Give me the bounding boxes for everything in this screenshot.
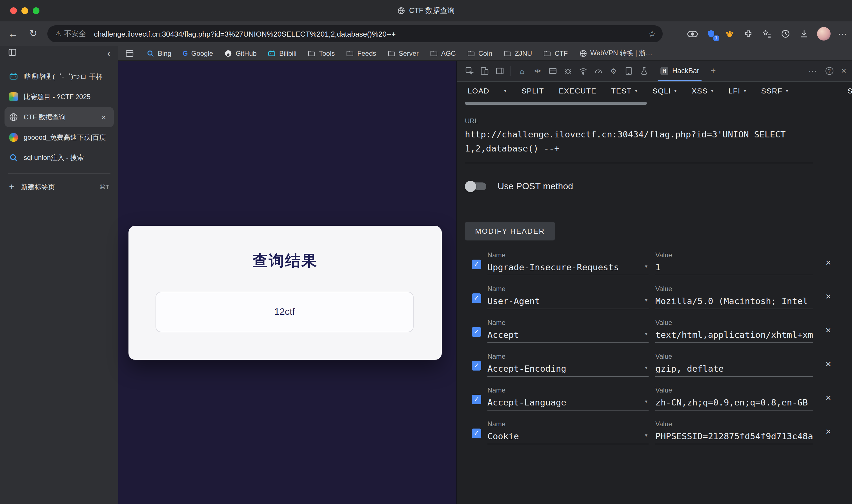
- header-value-field[interactable]: Value 1: [655, 250, 813, 275]
- bookmark-folder-feeds[interactable]: Feeds: [346, 49, 376, 57]
- header-name-field[interactable]: Name Accept-Language ▾: [487, 384, 648, 411]
- xss-menu-button[interactable]: XSS ▾: [692, 87, 714, 95]
- remove-header-icon[interactable]: ×: [825, 393, 831, 404]
- chevron-down-icon[interactable]: ▾: [645, 399, 647, 404]
- sqli-menu-button[interactable]: SQLI ▾: [653, 87, 677, 95]
- remove-header-icon[interactable]: ×: [825, 359, 831, 370]
- bookmark-folder-tools[interactable]: Tools: [308, 49, 335, 57]
- tab-hackbar[interactable]: H HackBar: [654, 61, 706, 81]
- bookmark-webvpn[interactable]: WebVPN 转换 | 浙…: [579, 49, 653, 58]
- shield-extension-icon[interactable]: 1: [706, 28, 717, 39]
- header-value-field[interactable]: Value text/html,application/xhtml+xml: [655, 317, 813, 343]
- chevron-down-icon[interactable]: ▾: [645, 264, 647, 269]
- refresh-icon[interactable]: ↻: [27, 28, 39, 40]
- execute-button[interactable]: EXECUTE: [559, 87, 596, 95]
- header-checkbox[interactable]: ✓: [472, 327, 481, 337]
- settings-gear-icon[interactable]: ⚙: [606, 64, 621, 78]
- add-panel-icon[interactable]: +: [706, 66, 720, 76]
- performance-panel-icon[interactable]: [591, 64, 606, 78]
- header-value-field[interactable]: Value zh-CN,zh;q=0.9,en;q=0.8,en-GB: [655, 384, 813, 411]
- collapse-sidebar-icon[interactable]: ‹: [107, 49, 110, 58]
- network-panel-icon[interactable]: [575, 64, 591, 78]
- tab-list: 哔哩哔哩 (゜-゜)つロ 干杯 比赛题目 - ?CTF 2025 CTF 数据查…: [0, 61, 118, 197]
- bookmark-bing[interactable]: Bing: [146, 49, 171, 57]
- chevron-down-icon[interactable]: ▾: [645, 297, 647, 303]
- header-value-field[interactable]: Value PHPSESSID=212875fd54f9d713c48a: [655, 418, 813, 444]
- devtools-menu-icon[interactable]: ⋯: [808, 66, 817, 76]
- bookmark-github[interactable]: GitHub: [224, 49, 257, 57]
- bookmark-folder-agc[interactable]: AGC: [430, 49, 456, 57]
- reading-list-icon[interactable]: [124, 48, 135, 59]
- inspect-element-icon[interactable]: [462, 64, 477, 78]
- application-panel-icon[interactable]: [621, 64, 636, 78]
- split-button[interactable]: SPLIT: [522, 87, 544, 95]
- load-button[interactable]: LOAD: [468, 87, 489, 95]
- tab-bilibili[interactable]: 哔哩哔哩 (゜-゜)つロ 干杯: [0, 67, 118, 87]
- device-toolbar-icon[interactable]: [477, 64, 492, 78]
- tab-panel-icon[interactable]: [8, 48, 17, 59]
- test-menu-button[interactable]: TEST ▾: [611, 87, 638, 95]
- header-checkbox[interactable]: ✓: [472, 361, 481, 371]
- remove-header-icon[interactable]: ×: [825, 325, 831, 336]
- elements-panel-icon[interactable]: </>: [530, 64, 545, 78]
- history-icon[interactable]: [780, 28, 791, 39]
- header-name-field[interactable]: Name Accept ▾: [487, 317, 648, 343]
- favorites-collections-icon[interactable]: [761, 28, 772, 39]
- header-value-field[interactable]: Value Mozilla/5.0 (Macintosh; Intel: [655, 283, 813, 309]
- shell-menu-button[interactable]: SHELL: [848, 87, 852, 95]
- header-name-field[interactable]: Name User-Agent ▾: [487, 283, 648, 309]
- remove-header-icon[interactable]: ×: [825, 426, 831, 437]
- home-panel-icon[interactable]: ⌂: [515, 64, 530, 78]
- bookmark-google[interactable]: G Google: [182, 49, 213, 57]
- remove-header-icon[interactable]: ×: [825, 291, 831, 302]
- header-checkbox[interactable]: ✓: [472, 395, 481, 404]
- close-devtools-icon[interactable]: ×: [841, 66, 846, 76]
- ssrf-menu-button[interactable]: SSRF ▾: [761, 87, 788, 95]
- downloads-icon[interactable]: [798, 28, 810, 39]
- header-value-field[interactable]: Value gzip, deflate: [655, 351, 813, 377]
- chevron-down-icon[interactable]: ▾: [645, 365, 647, 371]
- header-name-field[interactable]: Name Cookie ▾: [487, 418, 648, 444]
- chevron-down-icon[interactable]: ▾: [645, 331, 647, 337]
- new-tab-shortcut: ⌘T: [100, 183, 109, 191]
- header-checkbox[interactable]: ✓: [472, 429, 481, 438]
- header-checkbox[interactable]: ✓: [472, 259, 481, 269]
- url-textarea[interactable]: http://challenge.ilovectf.cn:30434/flag.…: [465, 128, 813, 163]
- header-name-field[interactable]: Name Accept-Encoding ▾: [487, 351, 648, 377]
- tab-ctf2025[interactable]: 比赛题目 - ?CTF 2025: [0, 87, 118, 107]
- load-dropdown-icon[interactable]: ▾: [504, 88, 507, 93]
- bookmark-folder-server[interactable]: Server: [387, 49, 419, 57]
- tab-ctf-query-active[interactable]: CTF 数据查询 ×: [4, 107, 114, 127]
- tab-netdisk[interactable]: gooood_免费高速下载|百度: [0, 127, 118, 147]
- modify-header-button[interactable]: MODIFY HEADER: [465, 222, 555, 240]
- eye-extension-icon[interactable]: [687, 28, 698, 39]
- security-label[interactable]: 不安全: [64, 29, 86, 39]
- header-checkbox[interactable]: ✓: [472, 293, 481, 303]
- remove-header-icon[interactable]: ×: [825, 257, 831, 269]
- help-icon[interactable]: ?: [825, 67, 833, 75]
- address-bar[interactable]: ⚠ 不安全 challenge.ilovectf.cn:30434/flag.p…: [47, 25, 663, 42]
- new-tab-button[interactable]: + 新建标签页 ⌘T: [0, 177, 118, 197]
- paw-extension-icon[interactable]: [724, 28, 735, 39]
- bug-panel-icon[interactable]: [560, 64, 575, 78]
- back-icon[interactable]: ←: [7, 28, 19, 40]
- profile-avatar[interactable]: [817, 27, 831, 40]
- browser-menu-icon[interactable]: ⋯: [838, 29, 848, 39]
- experiments-flask-icon[interactable]: [636, 64, 651, 78]
- lfi-menu-button[interactable]: LFI ▾: [729, 87, 747, 95]
- url-text[interactable]: challenge.ilovectf.cn:30434/flag.php?id=…: [94, 30, 643, 38]
- dock-side-icon[interactable]: [492, 64, 507, 78]
- bookmark-folder-zjnu[interactable]: ZJNU: [503, 49, 532, 57]
- close-tab-icon[interactable]: ×: [99, 113, 108, 122]
- bookmark-folder-coin[interactable]: Coin: [467, 49, 492, 57]
- extensions-puzzle-icon[interactable]: [743, 28, 754, 39]
- chevron-down-icon[interactable]: ▾: [645, 432, 647, 438]
- header-name-field[interactable]: Name Upgrade-Insecure-Requests ▾: [487, 250, 648, 275]
- post-method-toggle[interactable]: [467, 182, 486, 190]
- console-panel-icon[interactable]: [545, 64, 560, 78]
- bookmark-bilibili[interactable]: Bilibili: [268, 49, 296, 57]
- bookmark-folder-ctf[interactable]: CTF: [543, 49, 568, 57]
- bookmark-star-icon[interactable]: ☆: [648, 29, 656, 39]
- tab-sql-search[interactable]: sql union注入 - 搜索: [0, 147, 118, 168]
- header-row: ✓ Name Accept ▾ Value text/html,applicat…: [465, 316, 852, 350]
